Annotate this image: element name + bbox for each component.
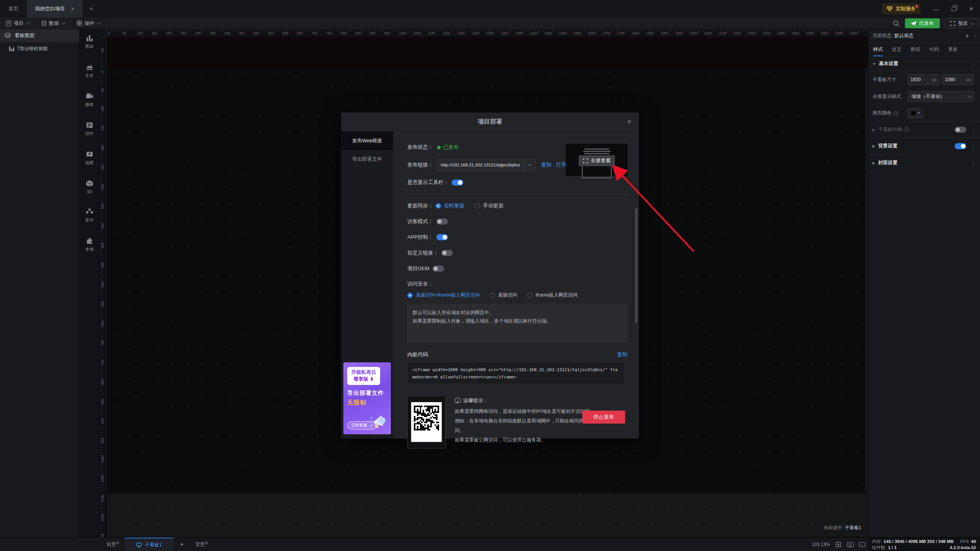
project-oem-toggle[interactable] xyxy=(433,266,444,272)
new-tab-button[interactable]: + xyxy=(83,0,100,18)
search-icon[interactable] xyxy=(893,20,900,27)
modal-tab-export-deploy-file[interactable]: 导出部署文件 xyxy=(341,150,393,168)
app-control-row: APP控制： xyxy=(407,234,627,241)
collapse-panel-icon[interactable]: › xyxy=(975,33,976,39)
show-toolbar-toggle[interactable] xyxy=(452,179,463,186)
strip-item-3d[interactable]: 3D xyxy=(86,180,93,194)
publish-status-label: 发布状态： xyxy=(407,144,433,151)
restore-button[interactable] xyxy=(945,0,962,18)
tab-more[interactable]: 更多 xyxy=(948,43,958,56)
section-cover-settings[interactable]: ▶ 封面设置 ⋮ xyxy=(869,155,980,171)
copy-embed-code-button[interactable]: 复制 xyxy=(617,351,627,358)
promo-banner[interactable]: 升级私有云 尊享版 ⬇ 导出部署文件 无限制 立即查看 → xyxy=(343,362,391,434)
publish-link-input[interactable] xyxy=(441,163,520,167)
strip-item-local[interactable]: 本地 xyxy=(85,237,94,252)
strip-label: 图表 xyxy=(85,44,94,49)
fill-color-swatch[interactable]: ▼ xyxy=(908,108,923,118)
keyboard-icon[interactable] xyxy=(847,542,854,547)
layers-panel-header[interactable]: 看板图层 xyxy=(0,29,79,42)
tab-interaction[interactable]: 交互 xyxy=(892,43,902,56)
premium-service-button[interactable]: 定制服务 xyxy=(882,3,920,14)
canvas-area-right-of-board xyxy=(865,68,868,494)
preview-button[interactable]: 预览 xyxy=(945,18,978,28)
custom-link-toggle[interactable] xyxy=(441,250,453,256)
embed-code-box[interactable]: <iframe width=1600 height=900 src="http:… xyxy=(407,362,624,384)
radio-iframe-access[interactable] xyxy=(527,293,532,298)
carousel-toggle[interactable] xyxy=(955,127,966,133)
add-state-button[interactable]: + xyxy=(965,32,969,40)
section-background-settings[interactable]: ▶ 背景设置 ⋮ xyxy=(869,138,980,155)
app-control-toggle[interactable] xyxy=(436,234,448,240)
promo-cta-button[interactable]: 立即查看 → xyxy=(347,421,376,430)
board-height-input[interactable] xyxy=(945,77,965,82)
menu-data[interactable]: 数据 xyxy=(36,18,71,29)
open-link-button[interactable]: 打开 xyxy=(556,161,567,168)
current-state-row: 当前状态: 默认状态 + › xyxy=(869,29,980,43)
chevron-down-icon xyxy=(26,21,30,24)
terminal-icon[interactable] xyxy=(859,542,865,547)
tab-home[interactable]: 首页 xyxy=(0,0,27,18)
layer-item-chart[interactable]: T型分组柱状图 xyxy=(0,42,79,55)
background-tab[interactable]: 背景⊕ xyxy=(190,541,213,548)
radio-manual-update[interactable] xyxy=(475,203,480,209)
tips-line-3: 如果需要被公网访问，可以使用云服务器。 xyxy=(455,435,627,445)
board-tab-active[interactable]: 子看板1 xyxy=(124,538,173,551)
tab-data[interactable]: 数据 xyxy=(911,43,920,56)
radio-iframe-access-label[interactable]: iframe嵌入网页访问 xyxy=(536,292,578,298)
strip-item-widgets[interactable]: 控件 xyxy=(85,122,94,137)
radio-direct-access[interactable] xyxy=(490,293,495,298)
radio-direct-plus-iframe[interactable] xyxy=(407,293,413,298)
tab-close-icon[interactable]: × xyxy=(71,6,74,12)
tab-current-project[interactable]: 我的空白项目 × xyxy=(27,0,83,18)
caret-right-icon: ▶ xyxy=(872,144,875,148)
background-toggle[interactable] xyxy=(955,143,966,149)
fps-label: FPS: xyxy=(960,539,970,544)
board-width-input[interactable] xyxy=(911,77,931,82)
project-deploy-modal: 项目部署 × 发布Web链接 导出部署文件 升级私有云 尊享版 ⬇ 导出部署文件… xyxy=(341,112,639,439)
copy-link-button[interactable]: 复制 xyxy=(541,161,552,168)
radio-realtime-label[interactable]: 实时更新 xyxy=(444,202,465,209)
kebab-menu-icon[interactable]: ⋮ xyxy=(971,127,976,133)
guest-mode-toggle[interactable] xyxy=(436,218,448,225)
board-height-input-wrap: px xyxy=(942,74,974,85)
radio-direct-plus-iframe-label[interactable]: 直接访问+iframe嵌入网页访问 xyxy=(416,292,480,298)
strip-item-charts[interactable]: 图表 xyxy=(85,34,94,49)
link-dropdown-button[interactable]: ▼ xyxy=(524,159,536,171)
kebab-menu-icon[interactable]: ⋮ xyxy=(971,61,976,67)
zoom-level[interactable]: 103.13% xyxy=(812,542,830,547)
modal-content: 发布状态： 已发布 发布链接： ▼ 复制 打开 是否显示工具栏： 更新同步： 实… xyxy=(393,132,639,439)
menu-project[interactable]: 项目 xyxy=(0,18,36,29)
menu-operations[interactable]: 操作 xyxy=(71,18,106,29)
caret-right-icon: ▶ xyxy=(872,161,875,165)
chevron-down-icon xyxy=(62,21,65,24)
close-button[interactable]: × xyxy=(962,0,980,18)
fullscreen-view-button[interactable]: 全屏查看 xyxy=(579,155,615,166)
kebab-menu-icon[interactable]: ⋮ xyxy=(971,143,976,149)
modal-scrollbar-thumb[interactable] xyxy=(635,208,637,323)
tab-style[interactable]: 样式 xyxy=(873,43,883,56)
access-security-row: 访问安全： xyxy=(407,280,627,287)
modal-close-icon[interactable]: × xyxy=(627,118,631,126)
radio-realtime-update[interactable] xyxy=(436,203,441,209)
minimize-button[interactable]: — xyxy=(927,0,945,18)
section-basic-settings[interactable]: ▼ 基本设置 ⋮ xyxy=(869,57,980,71)
strip-item-map[interactable]: 地图 xyxy=(85,151,94,166)
stop-publish-button[interactable]: 停止发布 xyxy=(582,411,625,424)
kebab-menu-icon[interactable]: ⋮ xyxy=(971,160,976,166)
add-board-button[interactable]: + xyxy=(173,541,190,549)
strip-item-media[interactable]: 媒体 xyxy=(85,93,94,108)
radio-direct-access-label[interactable]: 直接访问 xyxy=(498,292,517,298)
fit-view-icon[interactable] xyxy=(835,541,841,548)
tab-home-label: 首页 xyxy=(8,5,18,12)
tab-code[interactable]: 代码 xyxy=(929,43,939,56)
strip-item-kits[interactable]: 套件 xyxy=(85,208,94,223)
published-button[interactable]: 已发布 xyxy=(905,18,940,28)
foreground-tab[interactable]: 前景⊕ xyxy=(101,541,124,548)
radio-manual-label[interactable]: 手动更新 xyxy=(483,202,504,209)
domain-restriction-textarea[interactable]: 默认可以嵌入所有域名对应的网页中。 如果需要限制嵌入对象，请输入域名，多个域名请… xyxy=(407,304,627,343)
app-control-label: APP控制： xyxy=(407,234,433,241)
strip-item-text[interactable]: 文本 xyxy=(85,64,94,78)
fullscreen-mode-select[interactable]: 缩放（不滚动） xyxy=(908,91,974,102)
modal-tab-publish-web-link[interactable]: 发布Web链接 xyxy=(341,132,393,150)
section-board-carousel[interactable]: ▶ 子看板轮播 ? ⋮ xyxy=(869,122,980,138)
